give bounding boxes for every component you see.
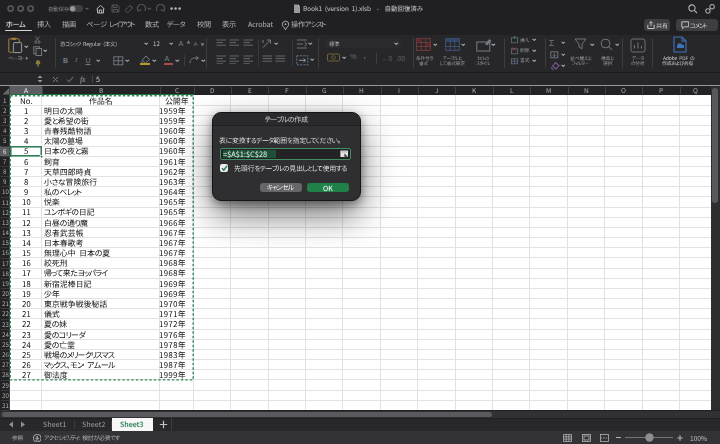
svg-text:←0: ←0 — [382, 55, 393, 62]
svg-text:Σ: Σ — [549, 38, 554, 48]
svg-text:.00: .00 — [396, 55, 405, 62]
